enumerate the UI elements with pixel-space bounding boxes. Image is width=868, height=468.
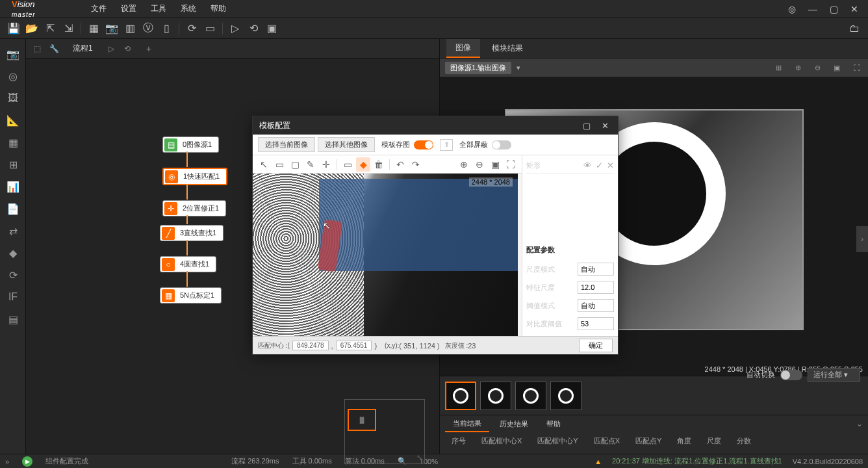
node-image-source[interactable]: ▤ 0图像源1 [162, 136, 219, 153]
mask-rect-icon[interactable]: ▭ [340, 157, 355, 172]
contrast-input[interactable] [578, 317, 614, 330]
thumb-1[interactable] [445, 382, 476, 410]
node-fast-match[interactable]: ◎ 1快速匹配1 [162, 168, 227, 185]
upload-icon[interactable]: ⬆ [440, 139, 453, 151]
warning-icon[interactable]: ▲ [594, 458, 602, 465]
fit-icon[interactable]: ▣ [830, 61, 843, 74]
full-mask-toggle[interactable] [492, 140, 511, 150]
var-icon[interactable]: ⓥ [140, 20, 157, 37]
refresh-icon[interactable]: ⟳ [183, 20, 200, 37]
folder-right-icon[interactable]: 🗀 [846, 20, 863, 37]
lt-rotate-icon[interactable]: ⟳ [1, 265, 25, 285]
rtab-current[interactable]: 当前结果 [445, 416, 489, 432]
menu-help[interactable]: 帮助 [204, 1, 233, 17]
menu-system[interactable]: 系统 [174, 1, 203, 17]
rp-tab-image[interactable]: 图像 [446, 39, 480, 58]
zoom-out-icon[interactable]: ⊖ [472, 157, 487, 172]
modal-ok-button[interactable]: 确定 [579, 339, 613, 352]
crosshair-icon[interactable]: ✛ [319, 157, 333, 172]
minimize-icon[interactable]: — [806, 2, 820, 16]
window-icon[interactable]: ▭ [201, 20, 218, 37]
check-icon[interactable]: ✓ [596, 161, 603, 170]
scale-mode-input[interactable] [578, 263, 614, 276]
lt-chart-icon[interactable]: 📊 [1, 177, 25, 196]
undo-icon[interactable]: ↶ [393, 157, 407, 172]
cursor-icon[interactable]: ↖ [257, 157, 271, 172]
run-all-dropdown[interactable]: 运行全部 ▾ [808, 368, 860, 382]
overview-resize-icon[interactable]: ⤡ [416, 453, 423, 462]
feature-scale-input[interactable] [578, 281, 614, 294]
lt-detect-icon[interactable]: ▦ [1, 133, 25, 152]
node-n-calibrate[interactable]: ▦ 5N点标定1 [160, 287, 222, 304]
record-icon[interactable]: ◎ [785, 2, 799, 16]
bars-icon[interactable]: ▥ [121, 20, 138, 37]
lt-image-icon[interactable]: 🖼 [1, 88, 25, 108]
rp-tab-module[interactable]: 模块结果 [483, 40, 532, 57]
lt-comm-icon[interactable]: ⇄ [1, 221, 25, 240]
status-play-icon[interactable]: ▶ [22, 456, 32, 467]
zoom-in-icon[interactable]: ⊕ [457, 157, 471, 172]
export-icon[interactable]: ⇲ [60, 20, 77, 37]
overview-viewport[interactable]: ▓ [348, 409, 376, 431]
open-icon[interactable]: 📂 [23, 20, 40, 37]
rect-icon[interactable]: ▭ [272, 157, 287, 172]
tab-play-icon[interactable]: ▷ [106, 43, 118, 55]
camera-icon[interactable]: 📷 [103, 20, 120, 37]
loop-icon[interactable]: ⟲ [245, 20, 262, 37]
actual-size-icon[interactable]: ⛶ [504, 157, 518, 172]
thumb-3[interactable] [515, 382, 546, 410]
hierarchy-icon[interactable]: ⬚ [31, 43, 43, 55]
save-icon[interactable]: 💾 [5, 20, 22, 37]
lt-measure-icon[interactable]: 📐 [1, 110, 25, 130]
zoom-out-icon[interactable]: ⊖ [811, 61, 824, 74]
fit-view-icon[interactable]: ▣ [488, 157, 502, 172]
add-view-icon[interactable]: ⊞ [772, 61, 785, 74]
select-other-image-button[interactable]: 选择其他图像 [318, 137, 375, 152]
template-save-toggle[interactable] [414, 140, 433, 150]
canvas-selection[interactable] [319, 179, 518, 271]
menu-tools[interactable]: 工具 [144, 1, 173, 17]
menu-settings[interactable]: 设置 [114, 1, 143, 17]
add-flow-icon[interactable]: + [146, 44, 151, 54]
nav-next-icon[interactable]: › [856, 226, 868, 252]
maximize-icon[interactable]: ▢ [826, 2, 841, 16]
close-shape-icon[interactable]: ✕ [607, 161, 614, 170]
thresh-mode-input[interactable] [578, 299, 614, 312]
tab-loop-icon[interactable]: ⟲ [121, 43, 133, 55]
collapse-results-icon[interactable]: ⌄ [856, 419, 863, 428]
erase-icon[interactable]: ◆ [356, 157, 370, 172]
grid-icon[interactable]: ▦ [85, 20, 102, 37]
fullscreen-icon[interactable]: ⛶ [850, 61, 863, 74]
select-current-image-button[interactable]: 选择当前图像 [258, 137, 315, 152]
import-icon[interactable]: ⇱ [42, 20, 58, 37]
rtab-history[interactable]: 历史结果 [492, 417, 536, 432]
lt-script-icon[interactable]: 📄 [1, 199, 25, 218]
thumb-2[interactable] [480, 382, 511, 410]
rp-source-tag[interactable]: 图像源1.输出图像 [445, 62, 511, 74]
layout-icon[interactable]: ▯ [158, 20, 175, 37]
close-icon[interactable]: ✕ [847, 2, 862, 16]
modal-close-icon[interactable]: ✕ [598, 119, 611, 132]
rtab-help[interactable]: 帮助 [539, 417, 568, 432]
lt-classify-icon[interactable]: ⊞ [1, 155, 25, 174]
expand-icon[interactable]: » [5, 458, 9, 465]
lt-target-icon[interactable]: ◎ [1, 66, 25, 86]
thumb-4[interactable] [550, 382, 581, 410]
stop-icon[interactable]: ▣ [263, 20, 280, 37]
dropdown-icon[interactable]: ▾ [517, 64, 520, 72]
pencil-icon[interactable]: ✎ [303, 157, 318, 172]
lt-more-icon[interactable]: ▤ [1, 309, 25, 329]
redo-icon[interactable]: ↷ [409, 157, 423, 172]
node-position-fix[interactable]: ✛ 2位置修正1 [162, 200, 226, 216]
lt-if-icon[interactable]: IF [1, 287, 25, 307]
modal-maximize-icon[interactable]: ▢ [580, 119, 593, 132]
delete-icon[interactable]: 🗑 [372, 157, 386, 172]
flow-tab-1[interactable]: 流程1 [65, 40, 101, 57]
modal-title-bar[interactable]: 模板配置 ▢ ✕ [253, 116, 618, 135]
eye-icon[interactable]: 👁 [583, 161, 592, 170]
wrench-icon[interactable]: 🔧 [48, 43, 60, 55]
node-line-find[interactable]: ╱ 3直线查找1 [160, 225, 223, 241]
menu-file[interactable]: 文件 [84, 1, 113, 17]
play-icon[interactable]: ▷ [227, 20, 244, 37]
lt-paint-icon[interactable]: ◆ [1, 243, 25, 263]
